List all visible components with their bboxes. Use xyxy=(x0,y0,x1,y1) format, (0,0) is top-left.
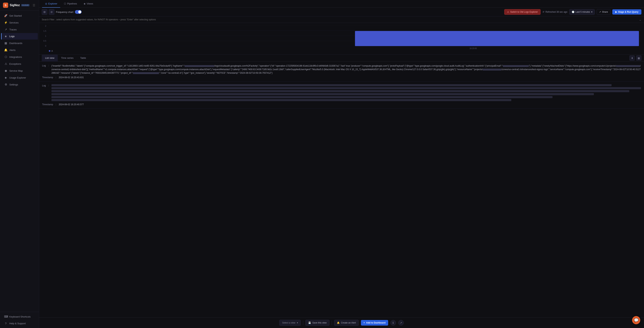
switch-old-logs-button[interactable]: ⚠ Switch to Old Logs Explorer xyxy=(504,9,540,15)
search-expand-icon[interactable]: ⌄ xyxy=(639,18,642,22)
sidebar-item-keyboard-shortcuts[interactable]: ⌨ Keyboard Shortcuts xyxy=(1,313,38,320)
settings-icon: ⚙ xyxy=(4,83,8,86)
alerts-icon: 🔔 xyxy=(4,48,8,52)
sidebar-item-logs[interactable]: ≡ Logs xyxy=(1,33,38,40)
view-tab-icons: ⬇ ▦ xyxy=(630,55,642,61)
sidebar-item-service-map[interactable]: ◉ Service Map xyxy=(1,67,38,74)
chart-area: 2 1.5 1 0.5 0 16:20:00 A xyxy=(39,23,644,55)
switch-old-label: Switch to Old Logs Explorer xyxy=(510,11,538,13)
bottom-bar: Select a view ▾ 💾 Save this view 🔔 Creat… xyxy=(39,317,644,328)
separator xyxy=(332,320,332,325)
chat-fab-button[interactable]: 💬 xyxy=(632,316,640,324)
sidebar-item-label: Alerts xyxy=(9,49,16,52)
legend-label-a: A xyxy=(52,50,53,52)
share-label: Share xyxy=(602,11,608,13)
sidebar-item-settings[interactable]: ⚙ Settings xyxy=(1,81,38,88)
view-tab-time-series[interactable]: Time series xyxy=(58,55,77,62)
refresh-info: ↺ Refreshed 38 sec ago xyxy=(542,11,567,13)
save-view-label: Save this view xyxy=(312,321,327,324)
columns-icon-button[interactable]: ▦ xyxy=(636,55,642,61)
log-entry: Log : Timestamp : 2024-08-02 16:20:40.57… xyxy=(39,82,644,109)
info-button[interactable]: ℹ xyxy=(390,320,396,325)
sidebar-item-label: Get Started xyxy=(9,14,22,17)
legend-dot-a xyxy=(49,50,50,52)
view-tab-timeseries-label: Time series xyxy=(61,57,74,59)
refresh-text: Refreshed 38 sec ago xyxy=(546,11,567,13)
sidebar-item-services[interactable]: ⚡ Services xyxy=(1,19,38,26)
sidebar-item-get-started[interactable]: 🚀 Get Started xyxy=(1,12,38,19)
tab-views[interactable]: ◈ Views xyxy=(81,0,96,8)
sidebar-item-label: Keyboard Shortcuts xyxy=(9,315,30,318)
stage-run-query-button[interactable]: ▶ Stage & Run Query xyxy=(612,9,642,15)
sidebar-item-label: Logs xyxy=(9,35,14,38)
rocket-icon: 🚀 xyxy=(4,14,8,17)
time-range-selector[interactable]: 🕐 Last 5 minutes ▾ xyxy=(569,9,595,15)
share-button[interactable]: ↗ Share xyxy=(597,9,610,15)
logo-text: SigNoz xyxy=(10,4,20,7)
chevron-down-icon: ▾ xyxy=(297,321,298,324)
y-label-0: 0 xyxy=(45,45,46,47)
timestamp-row: Timestamp : 2024-08-02 16:20:40.577 xyxy=(42,103,641,106)
sidebar-item-alerts[interactable]: 🔔 Alerts xyxy=(1,47,38,53)
svg-rect-5 xyxy=(355,31,639,46)
play-icon: ▶ xyxy=(615,11,617,13)
log-text: {"insertId":"8vx8mhdfdu","labels":{"comp… xyxy=(52,64,641,75)
time-range-label: Last 5 minutes xyxy=(576,11,590,13)
toolbar-grid-button[interactable]: ⊞ xyxy=(42,9,47,15)
log-text-blurred xyxy=(52,84,641,102)
log-label: Log xyxy=(42,84,46,102)
timestamp-value: 2024-08-02 16:20:40.577 xyxy=(59,103,84,106)
separator xyxy=(303,320,303,325)
usage-explorer-icon: ◈ xyxy=(4,76,8,79)
download-icon-button[interactable]: ⬇ xyxy=(630,55,635,61)
sidebar-item-label: Exceptions xyxy=(9,63,21,65)
share-icon: ↗ xyxy=(599,11,601,13)
share-icon-button[interactable]: ↗ xyxy=(398,320,404,325)
sidebar-item-traces[interactable]: ↗ Traces xyxy=(1,26,38,33)
log-row: Log : {"insertId":"8vx8mhdfdu","labels":… xyxy=(42,64,641,75)
timestamp-label: Timestamp xyxy=(42,76,53,79)
frequency-chart-toggle[interactable] xyxy=(75,10,82,14)
save-view-button[interactable]: 💾 Save this view xyxy=(306,320,330,326)
create-alert-button[interactable]: 🔔 Create an Alert xyxy=(334,320,359,326)
toolbar: ⊞ ⊘ Frequency chart ⚠ Switch to Old Logs… xyxy=(39,8,644,17)
select-view-label: Select a view xyxy=(282,321,295,324)
exceptions-icon: ⚠ xyxy=(4,62,8,66)
log-entry: Log : {"insertId":"8vx8mhdfdu","labels":… xyxy=(39,62,644,82)
bell-icon: 🔔 xyxy=(337,321,340,324)
logs-icon: ≡ xyxy=(4,35,8,38)
y-label-1: 1 xyxy=(45,35,46,37)
services-icon: ⚡ xyxy=(4,21,8,24)
sidebar-item-label: Service Map xyxy=(9,69,23,72)
select-view-dropdown[interactable]: Select a view ▾ xyxy=(279,320,301,326)
add-icon: + xyxy=(364,321,365,324)
sidebar-item-label: Settings xyxy=(9,83,18,86)
sidebar-item-help-support[interactable]: ? Help & Support xyxy=(1,320,38,327)
tab-views-label: Views xyxy=(87,2,93,5)
view-tab-table[interactable]: Table xyxy=(77,55,90,62)
sidebar-item-usage-explorer[interactable]: ◈ Usage Explorer xyxy=(1,74,38,81)
add-to-dashboard-button[interactable]: + Add to Dashboard xyxy=(361,320,388,325)
stage-run-label: Stage & Run Query xyxy=(618,11,638,13)
sidebar-item-dashboards[interactable]: ▦ Dashboards xyxy=(1,40,38,47)
sidebar-item-exceptions[interactable]: ⚠ Exceptions xyxy=(1,60,38,67)
toolbar-left: ⊞ ⊘ Frequency chart xyxy=(42,9,82,15)
sidebar-item-label: Help & Support xyxy=(9,322,26,325)
toolbar-filter-button[interactable]: ⊘ xyxy=(49,9,54,15)
add-dashboard-label: Add to Dashboard xyxy=(366,321,386,324)
frequency-chart-label: Frequency chart xyxy=(56,11,74,14)
chart-y-axis: 2 1.5 1 0.5 0 xyxy=(42,25,46,47)
log-label: Log xyxy=(42,64,46,75)
sidebar-collapse-button[interactable]: ☰ xyxy=(32,3,36,8)
tab-pipelines[interactable]: ⬡ Pipelines xyxy=(61,0,80,8)
view-tabs: List view Time series Table ⬇ ▦ xyxy=(39,55,644,62)
search-input[interactable] xyxy=(42,17,639,23)
log-colon: : xyxy=(48,84,50,102)
log-row: Log : xyxy=(42,84,641,102)
sidebar-item-integrations[interactable]: ⬡ Integrations xyxy=(1,54,38,60)
top-tabs: ◎ Explorer ⬡ Pipelines ◈ Views xyxy=(39,0,644,8)
tab-explorer[interactable]: ◎ Explorer xyxy=(42,0,60,8)
view-tab-list[interactable]: List view xyxy=(42,55,58,62)
sidebar-item-label: Services xyxy=(9,21,19,24)
save-view-icon: 💾 xyxy=(308,321,311,324)
